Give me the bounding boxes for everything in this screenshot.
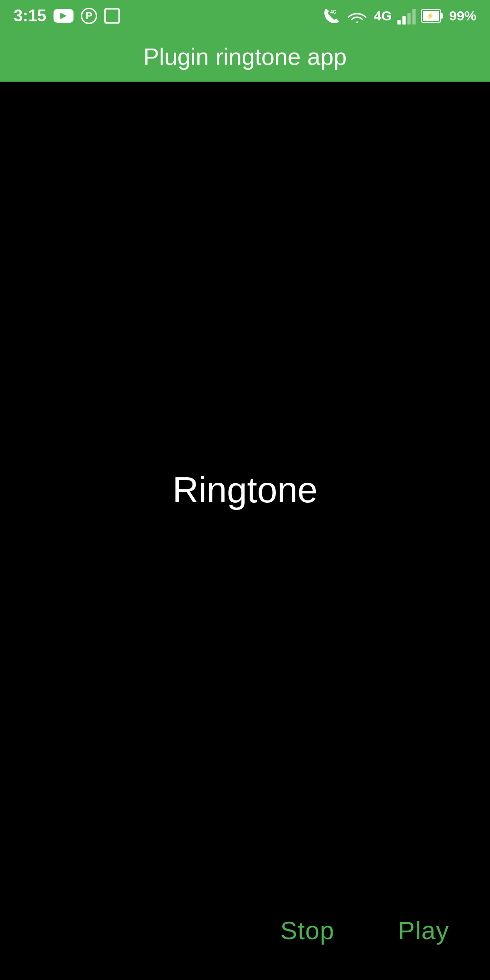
call-icon: 4G bbox=[323, 7, 340, 24]
center-text-area: Ringtone bbox=[172, 82, 318, 898]
parking-icon: P bbox=[81, 8, 97, 24]
bottom-buttons: Stop Play bbox=[0, 898, 490, 980]
ringtone-label: Ringtone bbox=[172, 469, 318, 511]
svg-text:⚡: ⚡ bbox=[426, 12, 434, 20]
status-left: 3:15 P bbox=[14, 6, 120, 25]
app-bar-title: Plugin ringtone app bbox=[143, 43, 347, 70]
play-button[interactable]: Play bbox=[384, 906, 463, 954]
main-content: Ringtone Stop Play bbox=[0, 82, 490, 980]
wifi-icon bbox=[346, 7, 368, 24]
svg-rect-2 bbox=[402, 16, 406, 24]
square-icon bbox=[104, 8, 120, 24]
battery-percent: 99% bbox=[449, 8, 476, 24]
youtube-icon bbox=[54, 9, 74, 23]
stop-button[interactable]: Stop bbox=[267, 906, 348, 954]
4g-text: 4G bbox=[374, 8, 392, 24]
svg-rect-6 bbox=[441, 13, 443, 19]
status-bar: 3:15 P 4G 4G bbox=[0, 0, 490, 32]
signal-bars-icon bbox=[397, 7, 416, 24]
app-bar: Plugin ringtone app bbox=[0, 32, 490, 82]
battery-icon: ⚡ bbox=[421, 8, 444, 24]
svg-rect-3 bbox=[407, 13, 411, 24]
svg-rect-1 bbox=[397, 20, 401, 24]
status-right: 4G 4G ⚡ 99% bbox=[323, 7, 476, 24]
status-time: 3:15 bbox=[14, 6, 46, 25]
svg-rect-4 bbox=[412, 9, 416, 24]
svg-text:4G: 4G bbox=[330, 10, 337, 15]
